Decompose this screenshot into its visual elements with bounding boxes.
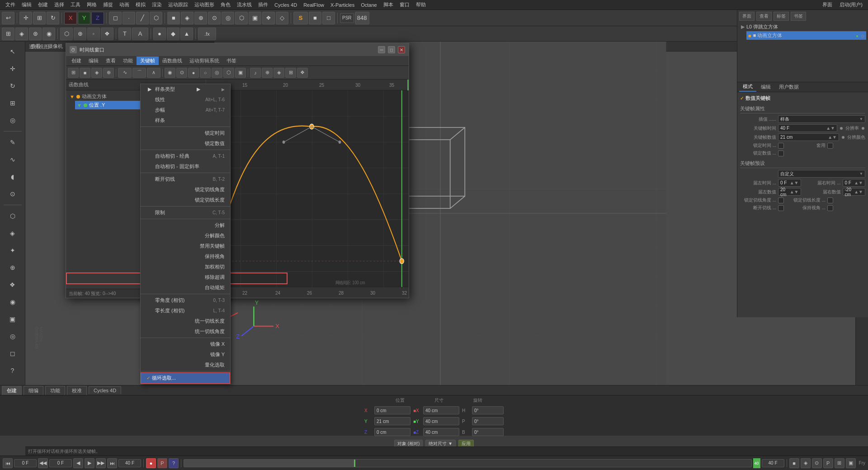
obj-row-cube[interactable]: ■ ■ 动画立方体 ● ⊙ bbox=[746, 31, 866, 40]
ctx-decompose-color[interactable]: 分解颜色 bbox=[141, 230, 230, 241]
tb2-7[interactable]: ❖ bbox=[101, 28, 113, 40]
menu-file[interactable]: 文件 bbox=[3, 0, 18, 9]
menu-pipeline[interactable]: 流水线 bbox=[234, 0, 255, 9]
ctx-auto-rules[interactable]: 自动规矩 bbox=[141, 282, 230, 293]
snap-toggle[interactable]: ⊞ bbox=[2, 28, 14, 40]
win-restore[interactable]: □ bbox=[388, 46, 395, 53]
menu-simulate[interactable]: 模拟 bbox=[133, 0, 148, 9]
ctx-lock-tan-angle[interactable]: 锁定切线角度 bbox=[141, 184, 230, 195]
ctx-spline[interactable]: 样条 bbox=[141, 115, 230, 126]
btm-tab-function[interactable]: 功能 bbox=[45, 386, 65, 395]
menu-animate[interactable]: 动画 bbox=[117, 0, 132, 9]
ctx-zero-len[interactable]: 零长度 (相切) L, T-4 bbox=[141, 306, 230, 316]
attr-tab-mode[interactable]: 模式 bbox=[739, 82, 756, 92]
tl-tb-11[interactable]: ▣ bbox=[235, 68, 246, 78]
lefttangent-check[interactable] bbox=[778, 197, 784, 203]
tool-7[interactable]: ⊕ bbox=[4, 259, 22, 276]
tb-psr-extra[interactable]: 848 bbox=[355, 12, 369, 24]
tool-10[interactable]: ▣ bbox=[4, 311, 22, 327]
tl-curve-2[interactable]: ⌒ bbox=[132, 68, 146, 78]
pb-mode-4[interactable]: P bbox=[823, 458, 833, 468]
tl-tb-7[interactable]: ● bbox=[188, 68, 199, 78]
tl-tb-8[interactable]: ○ bbox=[200, 68, 211, 78]
righttangent-check[interactable] bbox=[827, 197, 833, 203]
menu-edit[interactable]: 编辑 bbox=[19, 0, 34, 9]
pb-play-fwd[interactable]: ▶ bbox=[85, 458, 94, 468]
menu-help[interactable]: 帮助 bbox=[413, 0, 429, 9]
menu-octane[interactable]: Octane bbox=[358, 1, 379, 9]
tb-extra-2[interactable]: ◈ bbox=[181, 12, 193, 24]
p-rot-field[interactable]: 0° bbox=[472, 417, 504, 425]
tb-extra-9[interactable]: ◇ bbox=[276, 12, 288, 24]
tb2-12[interactable]: ▲ bbox=[180, 28, 193, 40]
tb2-5[interactable]: ⊕ bbox=[74, 28, 86, 40]
tl-tb-3[interactable]: ◈ bbox=[91, 68, 102, 78]
ctx-disable-key[interactable]: 禁用关键帧 bbox=[141, 241, 230, 251]
pb-mode-3[interactable]: ⊙ bbox=[812, 458, 822, 468]
tb-extra-4[interactable]: ⊙ bbox=[208, 12, 221, 24]
tl-curve-1[interactable]: ∿ bbox=[118, 68, 132, 78]
ctx-uniform-len[interactable]: 统一切线长度 bbox=[141, 316, 230, 326]
tl-tb-16[interactable]: ❖ bbox=[297, 68, 308, 78]
menu-xparticles[interactable]: X-Particles bbox=[328, 1, 357, 9]
ctx-auto-classic[interactable]: 自动相切 - 经典 A, T-1 bbox=[141, 151, 230, 161]
ctx-loop-select[interactable]: ✓循环选取... bbox=[141, 372, 230, 384]
tl-tb-6[interactable]: ⊙ bbox=[176, 68, 187, 78]
menu-snap[interactable]: 捕捉 bbox=[100, 0, 116, 9]
tb-extra-6[interactable]: ⬡ bbox=[235, 12, 248, 24]
rightval-input[interactable]: -20 cm ▲▼ bbox=[843, 188, 866, 196]
h-rot-field[interactable]: 0° bbox=[472, 406, 504, 414]
kftime-input[interactable]: 40 F ▲▼ bbox=[778, 124, 837, 132]
holdangle-check[interactable] bbox=[827, 205, 833, 211]
ctx-lock-val[interactable]: 锁定数值 bbox=[141, 138, 230, 149]
obj-tab-3[interactable]: 标签 bbox=[774, 12, 789, 21]
ctx-quantize[interactable]: 量化选取 bbox=[141, 360, 230, 370]
ctx-mirror-x[interactable]: 镜像 X bbox=[141, 339, 230, 349]
undo-btn[interactable]: ↩ bbox=[2, 12, 14, 24]
pb-end-frame[interactable]: 40 F bbox=[118, 459, 141, 467]
menu-select[interactable]: 选择 bbox=[52, 0, 67, 9]
btm-tab-create[interactable]: 创建 bbox=[2, 386, 22, 395]
attr-tab-edit[interactable]: 编辑 bbox=[757, 83, 774, 91]
interp-select[interactable]: 样条 bbox=[778, 115, 865, 123]
tb-extra-8[interactable]: ❖ bbox=[262, 12, 275, 24]
menu-mograph[interactable]: 运动图形 bbox=[192, 0, 217, 9]
fx-btn[interactable]: .fx bbox=[198, 28, 216, 40]
tool-11[interactable]: ◎ bbox=[4, 328, 22, 344]
tl-menu-motionclip[interactable]: 运动剪辑系统 bbox=[186, 56, 223, 65]
obj-tab-2[interactable]: 查看 bbox=[756, 12, 772, 21]
pb-mode-1[interactable]: ■ bbox=[789, 458, 799, 468]
x-pos-field[interactable]: 0 cm bbox=[374, 406, 410, 414]
menu-create[interactable]: 创建 bbox=[35, 0, 51, 9]
scale-btn[interactable]: ⊞ bbox=[33, 12, 46, 24]
ctx-weighted[interactable]: 加权相切 bbox=[141, 262, 230, 272]
tl-tb-12[interactable]: ♪ bbox=[250, 68, 261, 78]
tool-spline[interactable]: ∿ bbox=[4, 151, 22, 168]
edge-mode[interactable]: ╱ bbox=[136, 12, 149, 24]
tl-menu-keyframe[interactable]: 关键帧 bbox=[137, 56, 159, 65]
tb2-6[interactable]: ◦ bbox=[87, 28, 100, 40]
righttime-stepper[interactable]: ▲▼ bbox=[854, 180, 863, 185]
tl-tb-14[interactable]: ◈ bbox=[274, 68, 284, 78]
pb-record[interactable]: ● bbox=[146, 458, 156, 468]
object-mode[interactable]: ◻ bbox=[109, 12, 122, 24]
pb-frame-end[interactable]: ⏭ bbox=[107, 458, 117, 468]
tl-tb-4[interactable]: ⊕ bbox=[103, 68, 114, 78]
tl-tb-15[interactable]: ⊞ bbox=[285, 68, 296, 78]
leftval-input[interactable]: 20 cm ▲▼ bbox=[778, 188, 801, 196]
tb2-8[interactable]: T bbox=[118, 28, 131, 40]
kfval-stepper[interactable]: ▲▼ bbox=[828, 135, 837, 140]
ctx-auto-fixed[interactable]: 自动相切 - 固定斜率 bbox=[141, 161, 230, 172]
tb-r1[interactable]: ■ bbox=[309, 12, 321, 24]
ctx-linear[interactable]: 线性 Alt+L, T-6 bbox=[141, 94, 230, 105]
menu-character[interactable]: 角色 bbox=[218, 0, 233, 9]
tool-5[interactable]: ◈ bbox=[4, 225, 22, 241]
pb-next-frame[interactable]: ▶▶ bbox=[96, 458, 106, 468]
tl-menu-bookmark[interactable]: 书签 bbox=[223, 56, 240, 65]
tb-extra-1[interactable]: ■ bbox=[167, 12, 180, 24]
poly-mode[interactable]: ⬡ bbox=[150, 12, 162, 24]
lefttime-input[interactable]: 0 F ▲▼ bbox=[778, 179, 801, 187]
pb-mode-5[interactable]: ⊞ bbox=[835, 458, 844, 468]
tb-r2[interactable]: □ bbox=[322, 12, 335, 24]
z-pos-field[interactable]: 0 cm bbox=[374, 428, 410, 436]
